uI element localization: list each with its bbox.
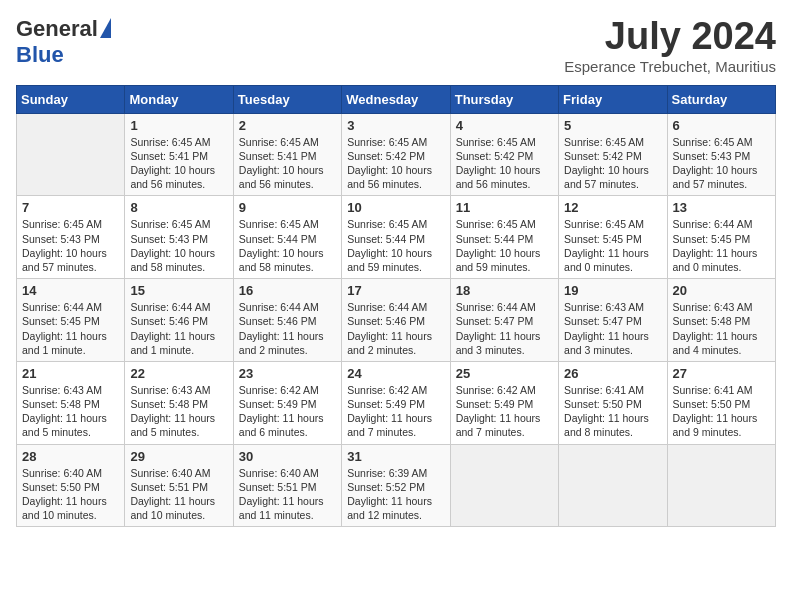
day-number: 25 (456, 366, 553, 381)
day-cell: 19Sunrise: 6:43 AMSunset: 5:47 PMDayligh… (559, 279, 667, 362)
day-cell: 6Sunrise: 6:45 AMSunset: 5:43 PMDaylight… (667, 113, 775, 196)
day-cell: 1Sunrise: 6:45 AMSunset: 5:41 PMDaylight… (125, 113, 233, 196)
day-cell: 24Sunrise: 6:42 AMSunset: 5:49 PMDayligh… (342, 361, 450, 444)
header-cell-thursday: Thursday (450, 85, 558, 113)
day-info: Sunrise: 6:39 AMSunset: 5:52 PMDaylight:… (347, 466, 444, 523)
day-cell: 11Sunrise: 6:45 AMSunset: 5:44 PMDayligh… (450, 196, 558, 279)
day-number: 9 (239, 200, 336, 215)
day-number: 22 (130, 366, 227, 381)
day-info: Sunrise: 6:40 AMSunset: 5:51 PMDaylight:… (130, 466, 227, 523)
day-cell: 9Sunrise: 6:45 AMSunset: 5:44 PMDaylight… (233, 196, 341, 279)
day-number: 27 (673, 366, 770, 381)
day-info: Sunrise: 6:42 AMSunset: 5:49 PMDaylight:… (347, 383, 444, 440)
day-cell: 5Sunrise: 6:45 AMSunset: 5:42 PMDaylight… (559, 113, 667, 196)
day-cell: 25Sunrise: 6:42 AMSunset: 5:49 PMDayligh… (450, 361, 558, 444)
day-cell: 23Sunrise: 6:42 AMSunset: 5:49 PMDayligh… (233, 361, 341, 444)
day-cell: 28Sunrise: 6:40 AMSunset: 5:50 PMDayligh… (17, 444, 125, 527)
day-cell: 17Sunrise: 6:44 AMSunset: 5:46 PMDayligh… (342, 279, 450, 362)
calendar-header: SundayMondayTuesdayWednesdayThursdayFrid… (17, 85, 776, 113)
header-row: SundayMondayTuesdayWednesdayThursdayFrid… (17, 85, 776, 113)
day-number: 10 (347, 200, 444, 215)
calendar-body: 1Sunrise: 6:45 AMSunset: 5:41 PMDaylight… (17, 113, 776, 526)
day-info: Sunrise: 6:45 AMSunset: 5:42 PMDaylight:… (456, 135, 553, 192)
header-cell-monday: Monday (125, 85, 233, 113)
day-cell (559, 444, 667, 527)
day-number: 14 (22, 283, 119, 298)
page-header: General Blue July 2024 Esperance Trebuch… (16, 16, 776, 75)
day-number: 19 (564, 283, 661, 298)
day-number: 31 (347, 449, 444, 464)
day-info: Sunrise: 6:45 AMSunset: 5:41 PMDaylight:… (239, 135, 336, 192)
day-number: 11 (456, 200, 553, 215)
day-cell: 4Sunrise: 6:45 AMSunset: 5:42 PMDaylight… (450, 113, 558, 196)
day-number: 24 (347, 366, 444, 381)
day-number: 23 (239, 366, 336, 381)
day-info: Sunrise: 6:45 AMSunset: 5:42 PMDaylight:… (347, 135, 444, 192)
day-info: Sunrise: 6:40 AMSunset: 5:50 PMDaylight:… (22, 466, 119, 523)
day-info: Sunrise: 6:44 AMSunset: 5:47 PMDaylight:… (456, 300, 553, 357)
day-info: Sunrise: 6:45 AMSunset: 5:44 PMDaylight:… (456, 217, 553, 274)
day-number: 18 (456, 283, 553, 298)
day-number: 17 (347, 283, 444, 298)
day-info: Sunrise: 6:44 AMSunset: 5:46 PMDaylight:… (239, 300, 336, 357)
day-info: Sunrise: 6:45 AMSunset: 5:41 PMDaylight:… (130, 135, 227, 192)
day-number: 29 (130, 449, 227, 464)
month-title: July 2024 (564, 16, 776, 58)
day-cell: 31Sunrise: 6:39 AMSunset: 5:52 PMDayligh… (342, 444, 450, 527)
day-cell (450, 444, 558, 527)
day-number: 3 (347, 118, 444, 133)
day-info: Sunrise: 6:41 AMSunset: 5:50 PMDaylight:… (564, 383, 661, 440)
day-info: Sunrise: 6:43 AMSunset: 5:48 PMDaylight:… (22, 383, 119, 440)
day-number: 16 (239, 283, 336, 298)
header-cell-friday: Friday (559, 85, 667, 113)
day-info: Sunrise: 6:43 AMSunset: 5:48 PMDaylight:… (130, 383, 227, 440)
day-info: Sunrise: 6:44 AMSunset: 5:46 PMDaylight:… (130, 300, 227, 357)
day-number: 1 (130, 118, 227, 133)
logo-blue-text: Blue (16, 42, 64, 68)
day-cell: 15Sunrise: 6:44 AMSunset: 5:46 PMDayligh… (125, 279, 233, 362)
day-cell: 22Sunrise: 6:43 AMSunset: 5:48 PMDayligh… (125, 361, 233, 444)
day-number: 7 (22, 200, 119, 215)
logo: General Blue (16, 16, 111, 68)
day-info: Sunrise: 6:45 AMSunset: 5:42 PMDaylight:… (564, 135, 661, 192)
day-cell: 21Sunrise: 6:43 AMSunset: 5:48 PMDayligh… (17, 361, 125, 444)
logo-triangle-icon (100, 18, 111, 38)
week-row-5: 28Sunrise: 6:40 AMSunset: 5:50 PMDayligh… (17, 444, 776, 527)
week-row-3: 14Sunrise: 6:44 AMSunset: 5:45 PMDayligh… (17, 279, 776, 362)
day-cell: 20Sunrise: 6:43 AMSunset: 5:48 PMDayligh… (667, 279, 775, 362)
day-number: 26 (564, 366, 661, 381)
location-text: Esperance Trebuchet, Mauritius (564, 58, 776, 75)
day-cell: 26Sunrise: 6:41 AMSunset: 5:50 PMDayligh… (559, 361, 667, 444)
day-info: Sunrise: 6:43 AMSunset: 5:48 PMDaylight:… (673, 300, 770, 357)
week-row-1: 1Sunrise: 6:45 AMSunset: 5:41 PMDaylight… (17, 113, 776, 196)
header-cell-saturday: Saturday (667, 85, 775, 113)
day-info: Sunrise: 6:42 AMSunset: 5:49 PMDaylight:… (456, 383, 553, 440)
day-number: 6 (673, 118, 770, 133)
day-cell: 3Sunrise: 6:45 AMSunset: 5:42 PMDaylight… (342, 113, 450, 196)
day-info: Sunrise: 6:45 AMSunset: 5:44 PMDaylight:… (239, 217, 336, 274)
title-area: July 2024 Esperance Trebuchet, Mauritius (564, 16, 776, 75)
week-row-2: 7Sunrise: 6:45 AMSunset: 5:43 PMDaylight… (17, 196, 776, 279)
day-cell: 29Sunrise: 6:40 AMSunset: 5:51 PMDayligh… (125, 444, 233, 527)
day-cell: 13Sunrise: 6:44 AMSunset: 5:45 PMDayligh… (667, 196, 775, 279)
day-info: Sunrise: 6:41 AMSunset: 5:50 PMDaylight:… (673, 383, 770, 440)
day-number: 20 (673, 283, 770, 298)
day-number: 21 (22, 366, 119, 381)
day-info: Sunrise: 6:45 AMSunset: 5:43 PMDaylight:… (673, 135, 770, 192)
header-cell-sunday: Sunday (17, 85, 125, 113)
day-cell: 10Sunrise: 6:45 AMSunset: 5:44 PMDayligh… (342, 196, 450, 279)
day-info: Sunrise: 6:44 AMSunset: 5:45 PMDaylight:… (22, 300, 119, 357)
day-info: Sunrise: 6:44 AMSunset: 5:46 PMDaylight:… (347, 300, 444, 357)
day-cell: 12Sunrise: 6:45 AMSunset: 5:45 PMDayligh… (559, 196, 667, 279)
calendar-table: SundayMondayTuesdayWednesdayThursdayFrid… (16, 85, 776, 527)
day-cell (667, 444, 775, 527)
day-info: Sunrise: 6:45 AMSunset: 5:43 PMDaylight:… (22, 217, 119, 274)
day-info: Sunrise: 6:42 AMSunset: 5:49 PMDaylight:… (239, 383, 336, 440)
day-info: Sunrise: 6:40 AMSunset: 5:51 PMDaylight:… (239, 466, 336, 523)
day-cell: 18Sunrise: 6:44 AMSunset: 5:47 PMDayligh… (450, 279, 558, 362)
day-number: 30 (239, 449, 336, 464)
day-info: Sunrise: 6:43 AMSunset: 5:47 PMDaylight:… (564, 300, 661, 357)
header-cell-wednesday: Wednesday (342, 85, 450, 113)
day-cell: 2Sunrise: 6:45 AMSunset: 5:41 PMDaylight… (233, 113, 341, 196)
day-cell: 14Sunrise: 6:44 AMSunset: 5:45 PMDayligh… (17, 279, 125, 362)
